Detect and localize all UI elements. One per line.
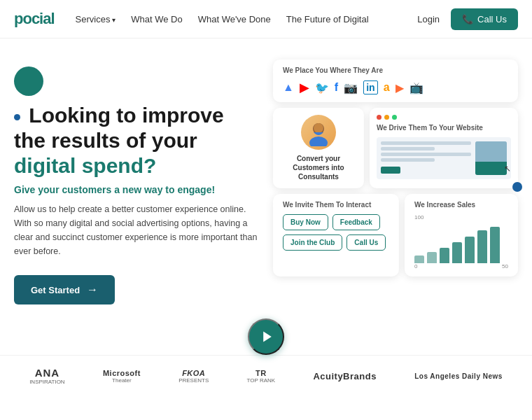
mockup-line-4 xyxy=(381,158,435,162)
bar-7 xyxy=(490,227,500,263)
chart-bottom-labels: 0 50 xyxy=(414,263,508,270)
hero-body: Allow us to help create a better custome… xyxy=(14,202,259,258)
buy-now-button[interactable]: Buy Now xyxy=(283,214,328,230)
bar-5 xyxy=(465,237,475,264)
platform-icons: ▲ ▶ 🐦 f 📷 in a ▶ 📺 xyxy=(283,80,508,95)
svg-point-2 xyxy=(314,123,323,133)
tr-logo: TR xyxy=(255,369,267,377)
callus-button[interactable]: 📞 Call Us xyxy=(451,8,518,30)
get-started-button[interactable]: Get Started → xyxy=(14,275,115,304)
website-mockup: ↖ xyxy=(377,137,511,179)
nav-services[interactable]: Services xyxy=(76,14,116,24)
dot-yellow xyxy=(384,115,389,120)
convert-card: Convert your Customers into Consultants xyxy=(273,108,364,188)
logo-tr: TR TOP RANK xyxy=(247,369,276,384)
logos-row: ANA INSPIRATION Microsoft Theater FKOA P… xyxy=(0,355,532,392)
microsoft-sub: Theater xyxy=(112,377,132,384)
phone-icon: 📞 xyxy=(462,14,473,24)
bar-3 xyxy=(440,248,449,263)
amazon-icon: a xyxy=(384,81,390,94)
nav-future[interactable]: The Future of Digital xyxy=(286,14,369,24)
call-us-button[interactable]: Call Us xyxy=(346,234,386,251)
logo[interactable]: pocial xyxy=(14,10,55,28)
website-card: We Drive Them To Your Website ↖ xyxy=(370,108,518,188)
avatar xyxy=(301,115,336,150)
hero-subheading: Give your customers a new way to engage! xyxy=(14,184,259,195)
hero-right: We Place You Where They Are ▲ ▶ 🐦 f 📷 in… xyxy=(273,59,518,304)
interact-card-title: We Invite Them To Interact xyxy=(283,201,389,209)
decorative-dot-blue-right xyxy=(512,182,522,192)
twitter-icon: 🐦 xyxy=(315,81,329,94)
mockup-line-3 xyxy=(381,153,471,156)
chart-labels: 100 xyxy=(414,214,508,220)
mockup-line-1 xyxy=(381,141,471,145)
hero-left: Looking to improve the results of your d… xyxy=(14,59,259,304)
mockup-cta-block xyxy=(381,167,400,174)
dot-red xyxy=(377,115,382,120)
bar-1 xyxy=(414,255,424,263)
ladailynews-logo: Los Angeles Daily News xyxy=(414,372,503,380)
acuity-logo: AcuityBrands xyxy=(313,371,377,382)
linkedin-icon: in xyxy=(363,80,377,94)
nav-right: Login 📞 Call Us xyxy=(417,8,518,30)
callus-label: Call Us xyxy=(477,14,507,24)
cta-label: Get Started xyxy=(31,285,80,295)
place-card: We Place You Where They Are ▲ ▶ 🐦 f 📷 in… xyxy=(273,59,518,102)
nav-whats-done[interactable]: What We've Done xyxy=(198,14,271,24)
website-card-title: We Drive Them To Your Website xyxy=(377,124,511,132)
svg-point-1 xyxy=(309,136,328,146)
interact-buttons: Buy Now Feedback Join the Club Call Us xyxy=(283,214,389,251)
chart-label-0: 0 xyxy=(414,263,417,270)
dot-green-btn xyxy=(392,115,397,120)
ana-logo: ANA xyxy=(35,367,60,379)
microsoft-logo: Microsoft xyxy=(103,369,141,377)
tr-sub: TOP RANK xyxy=(247,377,276,384)
mockup-image: ↖ xyxy=(475,141,507,175)
sales-card: We Increase Sales 100 0 50 xyxy=(405,194,518,276)
bar-2 xyxy=(427,252,437,264)
bar-chart xyxy=(414,225,508,263)
navigation: pocial Services What We Do What We've Do… xyxy=(0,0,532,38)
logo-ladailynews: Los Angeles Daily News xyxy=(414,372,503,380)
place-card-title: We Place You Where They Are xyxy=(283,66,508,74)
chart-label-100: 100 xyxy=(414,214,424,220)
fkoa-sub: PRESENTS xyxy=(178,377,209,384)
bar-6 xyxy=(477,230,487,263)
mid-row: Convert your Customers into Consultants … xyxy=(273,108,518,188)
bottom-row: We Invite Them To Interact Buy Now Feedb… xyxy=(273,194,518,276)
facebook-icon: f xyxy=(335,81,338,94)
convert-text: Convert your Customers into Consultants xyxy=(283,154,354,181)
interact-card: We Invite Them To Interact Buy Now Feedb… xyxy=(273,194,399,276)
tubi-icon: ▶ xyxy=(396,81,404,94)
small-dot xyxy=(14,114,20,120)
mockup-lines xyxy=(381,141,471,175)
mockup-image-inner xyxy=(475,141,507,175)
join-club-button[interactable]: Join the Club xyxy=(283,234,342,251)
hero-section: Looking to improve the results of your d… xyxy=(0,38,532,312)
cursor-icon: ↖ xyxy=(504,164,511,174)
bar-4 xyxy=(452,242,462,263)
logo-fkoa: FKOA PRESENTS xyxy=(178,369,209,384)
logo-acuity: AcuityBrands xyxy=(313,371,377,382)
ana-sub: INSPIRATION xyxy=(29,379,65,385)
window-dots xyxy=(377,115,511,120)
youtube-icon: ▶ xyxy=(300,80,309,95)
logo-microsoft: Microsoft Theater xyxy=(103,369,141,384)
logo-ana: ANA INSPIRATION xyxy=(29,367,65,385)
nav-what-we-do[interactable]: What We Do xyxy=(131,14,182,24)
decorative-dot-green xyxy=(14,66,43,96)
nav-links: Services What We Do What We've Done The … xyxy=(76,14,418,24)
play-button[interactable] xyxy=(248,318,284,355)
svg-marker-3 xyxy=(263,332,272,342)
google-ads-icon: ▲ xyxy=(283,81,294,94)
feedback-button[interactable]: Feedback xyxy=(332,214,380,230)
login-link[interactable]: Login xyxy=(417,14,440,24)
sales-card-title: We Increase Sales xyxy=(414,201,508,209)
play-section xyxy=(0,312,532,355)
instagram-icon: 📷 xyxy=(344,81,358,94)
mockup-line-2 xyxy=(381,147,435,150)
play-icon xyxy=(260,330,274,344)
hero-heading: Looking to improve the results of your d… xyxy=(14,103,259,178)
chart-label-50: 50 xyxy=(502,263,508,270)
fkoa-logo: FKOA xyxy=(182,369,205,377)
